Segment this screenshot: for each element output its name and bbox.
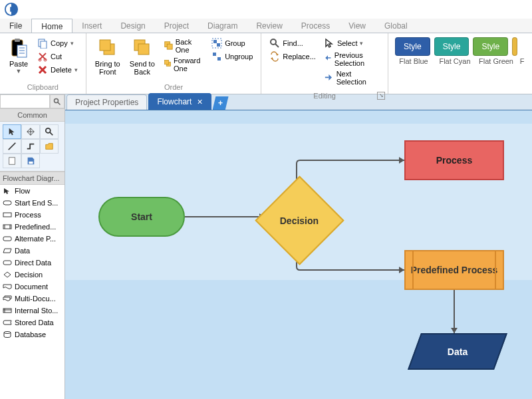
tab-project-properties[interactable]: Project Properties [66,94,147,110]
add-tab-button[interactable]: + [213,96,229,110]
paste-button[interactable]: Paste ▼ [4,36,33,76]
send-to-back-button[interactable]: Send to Back [125,36,160,77]
shape-direct-data[interactable]: Direct Data [0,257,65,269]
menu-file[interactable]: File [0,19,31,33]
cut-button[interactable]: Cut [36,51,79,63]
zoom-tool[interactable] [40,124,59,139]
svg-rect-28 [217,57,221,61]
shape-search-button[interactable] [50,94,65,108]
save-tool[interactable] [21,154,40,168]
page-tool[interactable] [3,154,21,168]
shape-predefined[interactable]: Predefined... [0,221,65,233]
svg-marker-60 [399,157,404,164]
group-label: Group [225,39,245,47]
tool-grid [0,122,65,172]
svg-line-30 [275,44,279,47]
tab-flowchart[interactable]: Flowchart× [148,93,211,110]
menu-home[interactable]: Home [31,19,72,33]
style-label-partial: F [519,57,525,65]
panel-common-header[interactable]: Common [0,109,65,122]
menu-global[interactable]: Global [375,19,417,33]
shape-startend[interactable]: Start End S... [0,197,65,209]
shape-stored[interactable]: Stored Data [0,317,65,329]
connector-tool[interactable] [21,139,40,154]
shape-process[interactable]: Process [0,209,65,221]
menu-diagram[interactable]: Diagram [198,19,247,33]
next-selection-button[interactable]: Next Selection [323,69,381,86]
pointer-tool[interactable] [3,124,21,139]
replace-label: Replace... [283,53,316,61]
shape-document[interactable]: Document [0,281,65,293]
flowchart-section-header[interactable]: Flowchart Diagr... [0,172,65,185]
find-button[interactable]: Find... [268,37,317,49]
copy-button[interactable]: Copy ▾ [36,37,79,49]
menu-view[interactable]: View [339,19,375,33]
shapes-panel: Common Flowchart Diagr... Flow Start End… [0,94,65,399]
replace-button[interactable]: Replace... [268,51,317,63]
select-button[interactable]: Select ▾ [323,37,381,49]
dialog-launcher-icon[interactable]: ↘ [377,92,385,100]
pan-tool[interactable] [21,124,40,139]
paste-icon [8,37,29,59]
menu-design[interactable]: Design [111,19,154,33]
prev-selection-button[interactable]: Previous Selection [323,51,381,68]
bring-front-icon [97,37,118,59]
style-partial-button[interactable] [512,37,517,56]
svg-marker-54 [4,272,11,277]
send-back-label: Send to Back [129,60,156,76]
menu-bar: File Home Insert Design Project Diagram … [0,19,532,33]
delete-button[interactable]: Delete ▾ [36,64,79,76]
bring-to-front-button[interactable]: Bring to Front [90,36,125,77]
svg-rect-52 [3,237,11,241]
dropdown-arrow-icon: ▾ [360,40,363,47]
node-data[interactable]: Data [408,333,507,370]
svg-rect-9 [41,41,47,49]
svg-marker-61 [399,267,404,273]
ribbon-group-editing: Find... Replace... Select ▾ Previous Sel… [261,33,388,94]
shape-internal[interactable]: Internal Sto... [0,305,65,317]
svg-marker-33 [326,39,332,47]
next-sel-label: Next Selection [336,70,380,86]
shape-multidoc[interactable]: Multi-Docu... [0,293,65,305]
style-label-green: Flat Green [477,57,515,65]
style-flat-blue-button[interactable]: Style [395,37,430,56]
node-process[interactable]: Process [404,140,504,180]
svg-marker-62 [451,328,458,333]
shape-decision[interactable]: Decision [0,269,65,281]
forward-one-label: Forward One [174,57,203,72]
diagram-canvas[interactable]: Start Decision Process Predefined Proces… [65,110,532,399]
find-label: Find... [283,39,303,47]
menu-project[interactable]: Project [155,19,198,33]
back-one-button[interactable]: Back One [162,37,205,55]
shape-search-input[interactable] [0,94,50,108]
ungroup-button[interactable]: Ungroup [210,51,254,63]
node-start[interactable]: Start [98,197,185,237]
svg-rect-26 [217,43,220,47]
style-flat-green-button[interactable]: Style [473,37,508,56]
copy-icon [37,38,48,49]
shape-flow[interactable]: Flow [0,185,65,197]
menu-insert[interactable]: Insert [72,19,111,33]
dropdown-arrow-icon: ▾ [70,40,74,47]
menu-review[interactable]: Review [247,19,291,33]
delete-icon [37,65,48,75]
send-back-icon [132,37,153,59]
line-tool[interactable] [3,139,21,154]
back-one-icon [164,41,173,51]
node-predefined[interactable]: Predefined Process [404,250,504,290]
menu-process[interactable]: Process [292,19,339,33]
forward-one-button[interactable]: Forward One [162,56,205,73]
shape-data[interactable]: Data [0,245,65,257]
close-tab-icon[interactable]: × [197,96,202,107]
app-logo [4,2,19,17]
svg-point-41 [46,128,51,133]
folder-tool[interactable] [40,139,59,154]
shape-alternate[interactable]: Alternate P... [0,233,65,245]
shape-database[interactable]: Database [0,329,65,340]
svg-marker-36 [329,74,332,80]
prev-selection-icon [324,54,332,65]
group-button[interactable]: Group [210,37,254,49]
find-icon [269,38,280,49]
style-flat-cyan-button[interactable]: Style [434,37,469,56]
ribbon-group-order: Bring to Front Send to Back Back One For… [86,33,262,94]
